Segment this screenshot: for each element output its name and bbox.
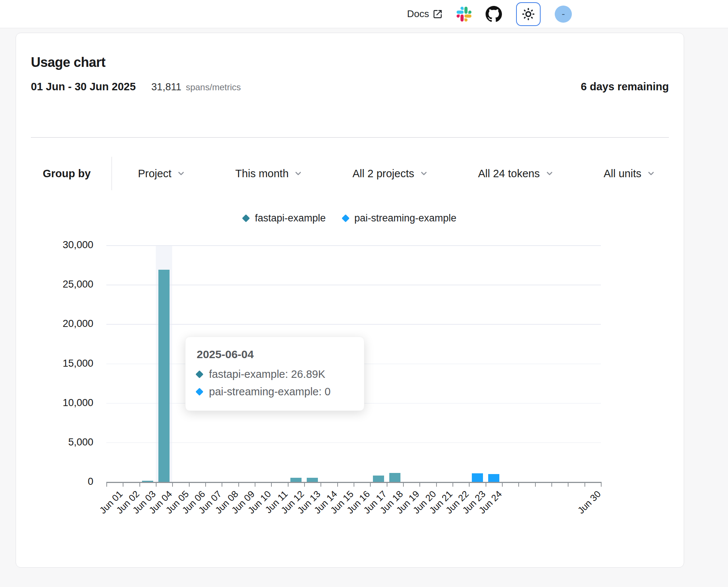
total-unit: spans/metrics [186,82,241,93]
chevron-down-icon [177,169,186,178]
gridline [106,245,601,246]
tooltip-row: pai-streaming-example: 0 [197,386,351,398]
axis-tick [123,483,123,487]
legend-diamond-icon [342,214,349,222]
bar[interactable] [290,478,302,482]
axis-tick [486,483,486,487]
usage-summary-row: 01 Jun - 30 Jun 2025 31,811 spans/metric… [31,81,669,97]
axis-tick [337,483,338,487]
y-tick-label: 10,000 [34,397,93,409]
usage-card: Usage chart 01 Jun - 30 Jun 2025 31,811 … [16,33,684,568]
divider [31,137,669,138]
axis-tick [568,483,568,487]
tooltip-row: fastapi-example: 26.89K [197,368,351,380]
axis-tick [288,483,289,487]
chart-tooltip: 2025-06-04 fastapi-example: 26.89K pai-s… [185,337,364,411]
bar[interactable] [389,473,400,482]
axis-tick [238,483,239,487]
axis-tick [320,483,321,487]
group-by-dropdown[interactable]: Project [138,168,186,180]
bar[interactable] [373,476,384,482]
filter-bar: Group by Project This month All 2 projec… [31,159,669,188]
gridline [106,442,601,443]
tooltip-diamond-icon [196,388,203,396]
tooltip-value: fastapi-example: 26.89K [209,368,325,380]
y-tick-label: 15,000 [34,358,93,369]
theme-toggle-button[interactable] [516,2,541,26]
chevron-down-icon [545,169,554,178]
axis-tick [601,483,602,487]
axis-tick [370,483,371,487]
axis-tick [156,483,157,487]
external-link-icon [433,9,442,19]
y-tick-label: 25,000 [34,279,93,290]
bar[interactable] [488,474,499,482]
date-range: 01 Jun - 30 Jun 2025 [31,81,136,93]
y-tick-label: 30,000 [34,239,93,251]
y-tick-label: 0 [34,476,93,487]
chevron-down-icon [419,169,428,178]
axis-tick [518,483,519,487]
days-remaining: 6 days remaining [581,81,669,93]
axis-tick [106,483,107,487]
docs-link[interactable]: Docs [407,8,442,20]
page-title: Usage chart [31,55,106,70]
bar[interactable] [158,270,170,482]
bar[interactable] [307,478,318,482]
legend-diamond-icon [242,214,250,222]
sun-icon [523,9,534,19]
legend-item-fastapi-example[interactable]: fastapi-example [243,213,326,224]
avatar[interactable]: - [555,6,572,23]
chevron-down-icon [647,169,655,178]
axis-tick [139,483,140,487]
usage-bar-chart: 05,00010,00015,00020,00025,00030,000Jun … [31,231,669,543]
total-count: 31,811 [151,81,181,93]
slack-link[interactable] [457,7,471,22]
axis-tick [551,483,552,487]
github-link[interactable] [486,6,502,22]
axis-tick [222,483,222,487]
axis-tick [304,483,305,487]
axis-tick [205,483,206,487]
axis-tick [419,483,420,487]
chevron-down-icon [294,169,303,178]
slack-icon [457,7,471,22]
axis-tick [452,483,453,487]
axis-tick [271,483,272,487]
axis-tick [502,483,503,487]
axis-tick [469,483,470,487]
axis-tick [255,483,255,487]
legend-item-pai-streaming-example[interactable]: pai-streaming-example [343,213,457,224]
tooltip-value: pai-streaming-example: 0 [209,386,331,398]
topbar: Docs [0,0,728,28]
x-tick-label: Jun 30 [576,489,603,516]
axis-tick [535,483,536,487]
docs-label: Docs [407,8,429,20]
tokens-dropdown[interactable]: All 24 tokens [478,168,554,180]
y-tick-label: 20,000 [34,318,93,330]
chart-legend: fastapi-example pai-streaming-example [31,211,669,226]
github-icon [486,6,502,22]
axis-tick [584,483,585,487]
axis-tick [387,483,387,487]
projects-dropdown[interactable]: All 2 projects [352,168,428,180]
y-tick-label: 5,000 [34,437,93,448]
bar[interactable] [472,473,483,482]
time-range-dropdown[interactable]: This month [235,168,303,180]
units-dropdown[interactable]: All units [603,168,655,180]
axis-tick [403,483,404,487]
avatar-label: - [562,8,565,20]
tooltip-date: 2025-06-04 [197,348,351,361]
gridline [106,285,601,285]
axis-tick [189,483,190,487]
axis-tick [436,483,437,487]
axis-tick [354,483,354,487]
group-by-label: Group by [31,168,91,180]
gridline [106,324,601,325]
legend-label: fastapi-example [255,213,326,224]
axis-tick [172,483,173,487]
legend-label: pai-streaming-example [354,213,457,224]
tooltip-diamond-icon [196,370,203,378]
